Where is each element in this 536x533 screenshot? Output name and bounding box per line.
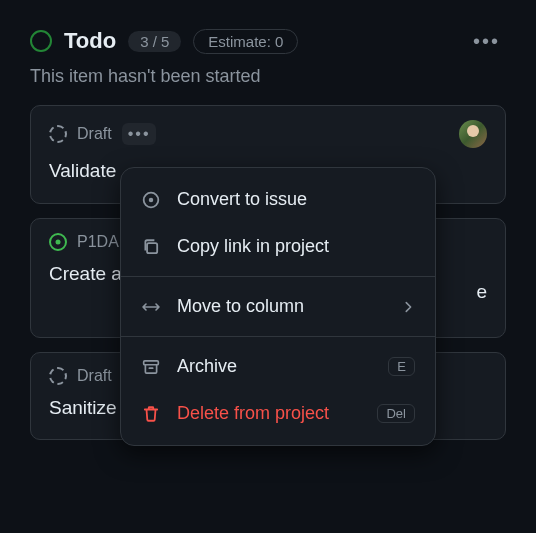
move-horizontal-icon xyxy=(141,297,161,317)
menu-delete[interactable]: Delete from project Del xyxy=(121,390,435,437)
menu-convert-to-issue[interactable]: Convert to issue xyxy=(121,176,435,223)
svg-rect-2 xyxy=(147,243,157,253)
card-status-label: Draft xyxy=(77,367,112,385)
card-status-label: Draft xyxy=(77,125,112,143)
estimate-badge: Estimate: 0 xyxy=(193,29,298,54)
menu-label: Copy link in project xyxy=(177,236,415,257)
menu-label: Archive xyxy=(177,356,372,377)
card-more-button[interactable]: ••• xyxy=(122,123,157,145)
issue-open-icon xyxy=(49,233,67,251)
card-header: Draft ••• xyxy=(49,120,487,148)
context-menu: Convert to issue Copy link in project Mo… xyxy=(120,167,436,446)
column-title: Todo xyxy=(64,28,116,54)
svg-point-1 xyxy=(149,197,154,202)
menu-label: Delete from project xyxy=(177,403,361,424)
menu-label: Move to column xyxy=(177,296,385,317)
svg-rect-3 xyxy=(144,360,159,364)
menu-separator xyxy=(121,336,435,337)
avatar[interactable] xyxy=(459,120,487,148)
count-badge: 3 / 5 xyxy=(128,31,181,52)
keyboard-shortcut: E xyxy=(388,357,415,376)
draft-icon xyxy=(49,125,67,143)
menu-label: Convert to issue xyxy=(177,189,415,210)
issue-open-icon xyxy=(141,190,161,210)
status-circle-icon xyxy=(30,30,52,52)
draft-icon xyxy=(49,367,67,385)
column-subtitle: This item hasn't been started xyxy=(0,62,536,105)
menu-separator xyxy=(121,276,435,277)
menu-move-to-column[interactable]: Move to column xyxy=(121,283,435,330)
copy-icon xyxy=(141,237,161,257)
card-status-label: P1DA xyxy=(77,233,119,251)
archive-icon xyxy=(141,357,161,377)
chevron-right-icon xyxy=(401,300,415,314)
truncated-text: e xyxy=(476,279,487,306)
column-more-button[interactable]: ••• xyxy=(473,30,506,53)
menu-copy-link[interactable]: Copy link in project xyxy=(121,223,435,270)
menu-archive[interactable]: Archive E xyxy=(121,343,435,390)
keyboard-shortcut: Del xyxy=(377,404,415,423)
column-header: Todo 3 / 5 Estimate: 0 ••• xyxy=(0,0,536,62)
trash-icon xyxy=(141,404,161,424)
